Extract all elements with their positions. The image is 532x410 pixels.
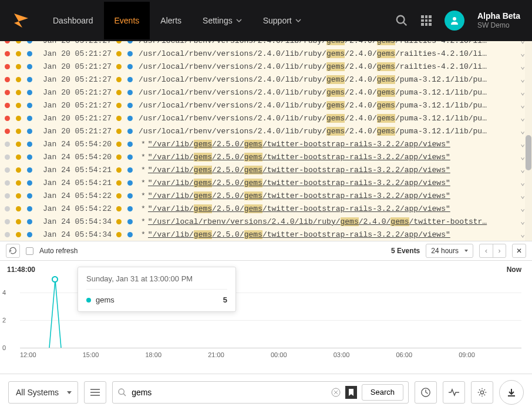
log-row[interactable]: Jan 24 05:54:34 * "/usr/local/rbenv/vers… [0,215,532,228]
chevron-down-icon[interactable]: ⌄ [520,165,525,174]
chevron-down-icon[interactable]: ⌄ [520,62,525,71]
log-row[interactable]: Jan 24 05:54:34 * "/var/lib/gems/2.5.0/g… [0,228,532,241]
timerange-dropdown[interactable]: 24 hours [426,244,473,258]
search-button[interactable]: Search [362,384,403,401]
settings-button[interactable] [471,381,493,404]
log-message: "/var/lib/gems/2.5.0/gems/twitter-bootst… [148,230,520,239]
search-input[interactable] [132,388,326,397]
nav-events[interactable]: Events [104,2,150,39]
log-row[interactable]: Jan 20 05:21:27 /usr/local/rbenv/version… [0,112,532,125]
auto-refresh-label: Auto refresh [39,247,78,255]
log-row[interactable]: Jan 24 05:54:22 * "/var/lib/gems/2.5.0/g… [0,189,532,202]
stats-bar: Auto refresh 5 Events 24 hours ‹ › ✕ [0,241,532,261]
log-row[interactable]: Jan 24 05:54:20 * "/var/lib/gems/2.5.0/g… [0,150,532,163]
status-dot [27,116,32,121]
status-dot [16,219,21,224]
source-dot [127,193,133,199]
status-dot [16,51,21,56]
log-row[interactable]: Jan 24 05:54:21 * "/var/lib/gems/2.5.0/g… [0,163,532,176]
chevron-down-icon[interactable]: ⌄ [520,126,525,136]
chevron-down-icon[interactable]: ⌄ [520,41,525,45]
chevron-down-icon[interactable]: ⌄ [520,100,525,110]
chevron-down-icon[interactable]: ⌄ [520,204,525,213]
tooltip-value: 5 [223,295,227,304]
status-dot [5,129,10,134]
bookmark-button[interactable] [345,386,357,399]
nav-dashboard[interactable]: Dashboard [42,2,104,39]
severity-dot [116,116,122,121]
log-message: /usr/local/rbenv/versions/2.4.0/lib/ruby… [139,88,520,97]
chart-tooltip: Sunday, Jan 31 at 13:00:00 PM gems 5 [78,267,236,312]
log-row[interactable]: Jan 20 05:21:27 /usr/local/rbenv/version… [0,47,532,60]
events-count: 5 Events [391,247,420,255]
star-marker: * [141,179,146,187]
systems-dropdown[interactable]: All Systems [8,381,78,404]
log-timestamp: Jan 20 05:21:27 [43,114,112,123]
chevron-down-icon[interactable]: ⌄ [520,217,525,226]
user-info[interactable]: Alpha Beta SW Demo [477,11,520,31]
log-row[interactable]: Jan 20 05:21:27 /usr/local/rbenv/version… [0,99,532,112]
clear-icon[interactable] [331,388,341,397]
chevron-down-icon [236,18,242,23]
log-row[interactable]: Jan 20 05:21:27 /usr/local/rbenv/version… [0,125,532,137]
svg-point-6 [119,389,124,394]
series-color-icon [86,298,91,303]
chevron-down-icon[interactable]: ⌄ [520,113,525,123]
status-dot [5,206,10,211]
chevron-down-icon[interactable]: ⌄ [520,230,525,239]
status-dot [16,180,21,186]
log-row[interactable]: Jan 24 05:54:22 * "/var/lib/gems/2.5.0/g… [0,202,532,215]
scrollbar[interactable] [525,41,532,241]
log-message: /usr/local/rbenv/versions/2.4.0/lib/ruby… [139,49,520,58]
next-button[interactable]: › [493,244,506,257]
chevron-down-icon[interactable]: ⌄ [520,75,525,84]
chevron-down-icon[interactable]: ⌄ [520,178,525,187]
apps-grid-icon[interactable] [421,15,432,26]
close-button[interactable]: ✕ [512,244,526,258]
status-dot [16,142,21,147]
log-row[interactable]: Jan 24 05:54:20 * "/var/lib/gems/2.5.0/g… [0,137,532,150]
history-button[interactable] [415,381,437,404]
log-timestamp: Jan 20 05:21:27 [43,62,112,71]
download-button[interactable] [499,380,524,405]
log-row[interactable]: Jan 20 05:21:27 /usr/local/rbenv/version… [0,41,532,47]
chevron-down-icon[interactable]: ⌄ [520,88,525,97]
log-timestamp: Jan 24 05:54:21 [43,179,112,187]
chart-body[interactable]: 4 2 0 Sunday, Jan 31 at 13:00:00 PM gems… [20,277,521,348]
severity-dot [116,77,122,82]
scrollbar-thumb[interactable] [526,135,531,170]
menu-button[interactable] [84,381,106,404]
status-dot [5,193,10,199]
menu-icon [90,388,100,396]
user-avatar[interactable] [445,11,464,31]
prev-button[interactable]: ‹ [480,244,493,257]
chevron-down-icon[interactable]: ⌄ [520,191,525,200]
status-dot [27,219,32,224]
star-marker: * [141,204,146,213]
log-row[interactable]: Jan 20 05:21:27 /usr/local/rbenv/version… [0,73,532,86]
status-dot [5,90,10,95]
auto-refresh-checkbox[interactable] [26,247,33,255]
chevron-down-icon[interactable]: ⌄ [520,152,525,162]
refresh-button[interactable] [6,244,20,258]
log-timestamp: Jan 20 05:21:27 [43,75,112,84]
log-row[interactable]: Jan 24 05:54:21 * "/var/lib/gems/2.5.0/g… [0,176,532,189]
search-icon[interactable] [395,14,408,27]
log-row[interactable]: Jan 20 05:21:27 /usr/local/rbenv/version… [0,86,532,99]
nav-alerts[interactable]: Alerts [150,2,192,39]
search-box: Search [112,381,409,404]
live-button[interactable] [443,381,465,404]
chevron-down-icon[interactable]: ⌄ [520,49,525,58]
nav-settings[interactable]: Settings [192,2,252,39]
nav-support[interactable]: Support [252,2,312,39]
chevron-down-icon[interactable]: ⌄ [520,139,525,149]
severity-dot [116,219,122,224]
source-dot [127,41,133,43]
status-dot [27,51,32,56]
chart: 11:48:00 Now 4 2 0 Sunday, Jan 31 at 13:… [0,261,532,367]
log-message: "/var/lib/gems/2.5.0/gems/twitter-bootst… [148,140,520,149]
log-row[interactable]: Jan 20 05:21:27 /usr/local/rbenv/version… [0,60,532,73]
x-tick: 00:00 [271,351,334,358]
chart-data-point[interactable] [52,276,58,283]
status-dot [16,90,21,95]
